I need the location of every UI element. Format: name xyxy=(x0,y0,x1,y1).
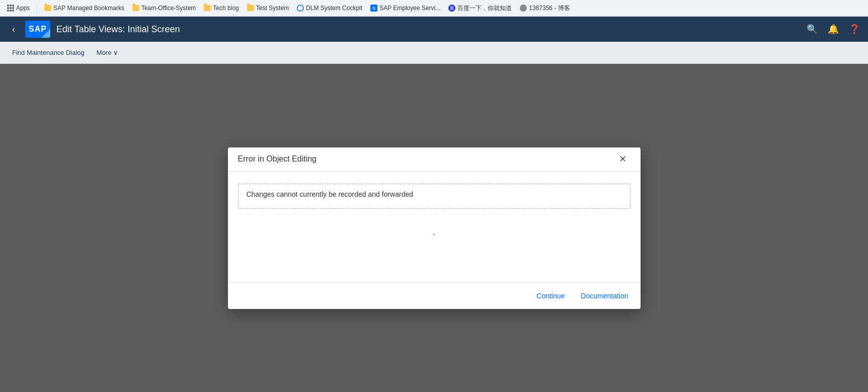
error-message-box: Changes cannot currently be recorded and… xyxy=(238,184,630,209)
help-icon[interactable]: ❓ xyxy=(849,24,860,35)
bookmark-label: 百度一下，你就知道 xyxy=(457,4,512,13)
modal-footer: Continue Documentation xyxy=(228,282,641,309)
bookmark-label: 1367356 - 博客 xyxy=(529,4,570,13)
bookmark-label: Tech blog xyxy=(213,5,239,12)
folder-icon xyxy=(204,5,211,11)
notification-icon[interactable]: 🔔 xyxy=(828,24,839,35)
more-button[interactable]: More ∨ xyxy=(93,47,123,58)
bookmark-tech-blog[interactable]: Tech blog xyxy=(201,4,242,13)
bookmark-baidu[interactable]: 百 百度一下，你就知道 xyxy=(445,3,515,14)
folder-icon xyxy=(132,5,139,11)
bookmark-team-office[interactable]: Team-Office-System xyxy=(129,4,199,13)
modal-overlay: Error in Object Editing ✕ Changes cannot… xyxy=(0,64,868,392)
apps-button[interactable]: Apps xyxy=(4,4,33,13)
error-message-text: Changes cannot currently be recorded and… xyxy=(247,190,414,198)
bookmark-label: SAP Employee Servi... xyxy=(379,5,440,12)
bookmark-label: DLM System Cockpit xyxy=(306,5,362,12)
baidu-icon: 百 xyxy=(448,5,455,12)
header-icons: 🔍 🔔 ❓ xyxy=(807,24,860,35)
modal-body: Changes cannot currently be recorded and… xyxy=(228,172,641,282)
sap-header: ‹ SAP Edit Table Views: Initial Screen 🔍… xyxy=(0,17,868,42)
bookmark-sap-managed[interactable]: SAP Managed Bookmarks xyxy=(41,4,127,13)
chevron-down-icon: ∨ xyxy=(113,49,118,56)
back-button[interactable]: ‹ xyxy=(8,22,19,37)
sap-logo-triangle xyxy=(41,29,50,38)
more-label: More xyxy=(97,49,112,56)
globe-icon xyxy=(297,5,304,12)
continue-button[interactable]: Continue xyxy=(534,289,567,303)
documentation-button[interactable]: Documentation xyxy=(579,289,630,303)
error-dialog: Error in Object Editing ✕ Changes cannot… xyxy=(228,147,641,309)
bookmark-sap-emp[interactable]: S SAP Employee Servi... xyxy=(367,4,443,13)
bookmark-bar: Apps SAP Managed Bookmarks Team-Office-S… xyxy=(0,0,868,17)
user-icon xyxy=(520,5,527,12)
modal-close-button[interactable]: ✕ xyxy=(615,152,630,166)
sap-logo: SAP xyxy=(25,21,50,38)
modal-header: Error in Object Editing ✕ xyxy=(228,147,641,172)
sap-toolbar: Find Maintenance Dialog More ∨ xyxy=(0,42,868,64)
bookmark-test-system[interactable]: Test System xyxy=(244,4,292,13)
bookmark-label: Test System xyxy=(256,5,289,12)
sap-icon: S xyxy=(370,5,377,12)
apps-grid-icon xyxy=(7,5,14,12)
folder-icon xyxy=(247,5,254,11)
loading-indicator: · xyxy=(238,209,630,240)
folder-icon xyxy=(44,5,51,11)
apps-label: Apps xyxy=(16,5,30,12)
bookmark-label: SAP Managed Bookmarks xyxy=(53,5,124,12)
separator xyxy=(37,3,37,13)
bookmark-user-blog[interactable]: 1367356 - 博客 xyxy=(517,3,573,14)
bookmark-dlm[interactable]: DLM System Cockpit xyxy=(294,4,365,13)
modal-title: Error in Object Editing xyxy=(238,154,317,164)
main-content: Error in Object Editing ✕ Changes cannot… xyxy=(0,64,868,392)
page-title: Edit Table Views: Initial Screen xyxy=(56,24,801,35)
bookmark-label: Team-Office-System xyxy=(141,5,196,12)
search-icon[interactable]: 🔍 xyxy=(807,24,818,35)
find-maintenance-button[interactable]: Find Maintenance Dialog xyxy=(8,47,89,58)
